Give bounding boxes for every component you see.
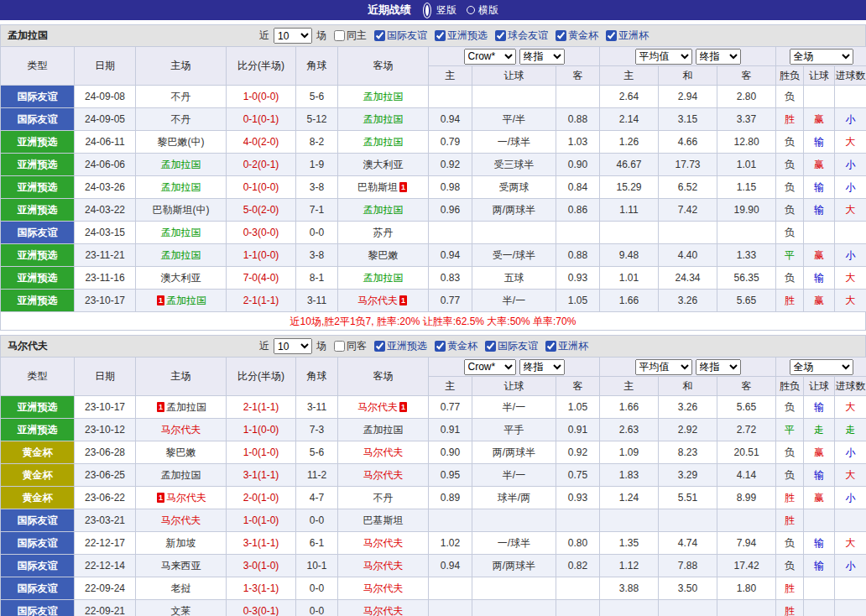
avg-home-odds (600, 600, 659, 616)
league-filter-0[interactable]: 国际友谊 (369, 29, 427, 43)
league-filter-2-checkbox[interactable] (495, 30, 506, 41)
league-filter-2-checkbox[interactable] (485, 341, 496, 352)
crow-handicap: 两/两球半 (472, 199, 556, 222)
match-date: 24-03-26 (75, 176, 136, 199)
index-type-select-2[interactable]: 终指 (696, 49, 741, 65)
league-filter-0-checkbox[interactable] (374, 341, 385, 352)
league-filter-3-checkbox[interactable] (556, 30, 566, 41)
result-goals: 小 (835, 244, 866, 267)
avg-home-odds (600, 509, 659, 532)
crow-home-odds: 0.91 (429, 419, 472, 441)
away-team-cell: 巴勒斯坦1 (338, 176, 429, 199)
league-filter-1[interactable]: 亚洲预选 (430, 29, 488, 43)
match-type-badge: 亚洲预选 (1, 267, 75, 290)
away-team-name: 孟加拉国 (363, 113, 404, 125)
sub-column-header: 主 (429, 66, 472, 86)
same-venue-filter[interactable]: 同主 (329, 29, 367, 43)
crow-handicap (472, 86, 556, 108)
same-venue-filter-checkbox[interactable] (334, 30, 345, 41)
recent-count-select[interactable]: 10 (274, 338, 312, 354)
league-filter-0-checkbox[interactable] (374, 30, 385, 41)
sub-column-header: 让球 (804, 377, 835, 396)
crow-handicap: 受三球半 (472, 154, 556, 176)
sub-column-header: 让球 (472, 377, 556, 396)
home-team-name: 文莱 (171, 605, 191, 616)
home-team-name: 马来西亚 (161, 560, 201, 572)
match-date: 23-06-28 (75, 441, 136, 464)
avg-away-odds: 5.65 (717, 290, 776, 312)
result-outcome: 胜 (776, 487, 804, 509)
average-select[interactable]: 平均值 (635, 49, 692, 65)
score-cell: 3-0(1-0) (227, 555, 296, 577)
crow-handicap: 两/两球半 (472, 441, 556, 464)
corners-cell: 8-2 (296, 131, 338, 154)
corners-cell: 7-1 (296, 199, 338, 222)
league-filter-4-checkbox[interactable] (606, 30, 617, 41)
corners-cell: 0-0 (296, 222, 338, 244)
score-cell: 2-0(1-0) (227, 487, 296, 509)
bookmaker-select[interactable]: Crow* (464, 359, 516, 375)
league-filter-2[interactable]: 球会友谊 (490, 29, 548, 43)
league-filter-1-checkbox[interactable] (435, 341, 446, 352)
league-filter-3-label: 黄金杯 (568, 29, 598, 43)
result-goals: 小 (835, 154, 866, 176)
avg-draw-odds: 3.26 (659, 396, 717, 419)
column-header: 角球 (296, 47, 338, 86)
home-team-cell: 孟加拉国 (136, 176, 227, 199)
crow-home-odds (429, 222, 472, 244)
result-handicap: 赢 (804, 154, 835, 176)
match-row: 国际友谊22-09-21文莱0-3(0-1)0-0马尔代夫胜 (1, 600, 866, 616)
layout-radio-vertical[interactable]: 竖版 (421, 3, 456, 18)
full-match-select[interactable]: 全场 (790, 49, 853, 65)
match-type-badge: 亚洲预选 (1, 131, 75, 154)
full-match-select[interactable]: 全场 (790, 359, 853, 375)
crow-home-odds (429, 600, 472, 616)
away-team-name: 马尔代夫 (357, 401, 398, 413)
bookmaker-select[interactable]: Crow* (464, 49, 516, 65)
home-team-cell: 文莱 (136, 600, 227, 616)
home-team-name: 老挝 (171, 582, 191, 594)
average-select[interactable]: 平均值 (635, 359, 692, 375)
index-type-select-2[interactable]: 终指 (696, 359, 741, 375)
same-venue-filter[interactable]: 同客 (329, 339, 367, 353)
league-filter-2[interactable]: 国际友谊 (480, 339, 538, 353)
index-type-select[interactable]: 终指 (519, 49, 565, 65)
red-card-icon: 1 (157, 493, 164, 503)
crow-away-odds: 1.05 (556, 396, 600, 419)
score-cell: 1-0(1-0) (227, 509, 296, 532)
match-row: 亚洲预选24-03-26孟加拉国0-1(0-0)3-8巴勒斯坦10.98受两球0… (1, 176, 866, 199)
avg-draw-odds: 7.88 (659, 555, 717, 577)
league-filter-1[interactable]: 黄金杯 (430, 339, 477, 353)
home-team-cell: 老挝 (136, 577, 227, 600)
same-venue-filter-checkbox[interactable] (334, 341, 345, 352)
league-filter-4[interactable]: 亚洲杯 (601, 29, 649, 43)
layout-radio-horizontal[interactable]: 横版 (467, 3, 498, 18)
sub-column-header: 主 (600, 377, 659, 396)
home-team-cell: 1孟加拉国 (136, 290, 227, 312)
league-filter-0[interactable]: 亚洲预选 (369, 339, 427, 353)
avg-away-odds: 17.42 (717, 555, 776, 577)
score-cell: 3-1(1-1) (227, 464, 296, 487)
league-filter-3-checkbox[interactable] (545, 341, 556, 352)
result-outcome: 胜 (776, 108, 804, 131)
corners-cell: 3-11 (296, 290, 338, 312)
radio-vertical-label: 竖版 (436, 3, 456, 18)
league-filter-3[interactable]: 亚洲杯 (540, 339, 588, 353)
home-team-name: 黎巴嫩(中) (158, 136, 205, 148)
crow-home-odds: 0.95 (429, 464, 472, 487)
home-team-name: 马尔代夫 (161, 424, 201, 436)
league-filter-1-checkbox[interactable] (435, 30, 446, 41)
avg-draw-odds (659, 600, 717, 616)
recent-count-select[interactable]: 10 (274, 28, 312, 44)
match-type-badge: 国际友谊 (1, 222, 75, 244)
corners-cell: 0-0 (296, 600, 338, 616)
league-filter-3[interactable]: 黄金杯 (550, 29, 598, 43)
home-team-cell: 1马尔代夫 (136, 487, 227, 509)
away-team-cell: 孟加拉国 (338, 108, 429, 131)
match-date: 22-09-24 (75, 577, 136, 600)
home-team-cell: 孟加拉国 (136, 244, 227, 267)
away-team-name: 马尔代夫 (363, 582, 404, 594)
index-type-select[interactable]: 终指 (519, 359, 565, 375)
away-team-cell: 巴基斯坦 (338, 509, 429, 532)
score-cell: 7-0(4-0) (227, 267, 296, 290)
